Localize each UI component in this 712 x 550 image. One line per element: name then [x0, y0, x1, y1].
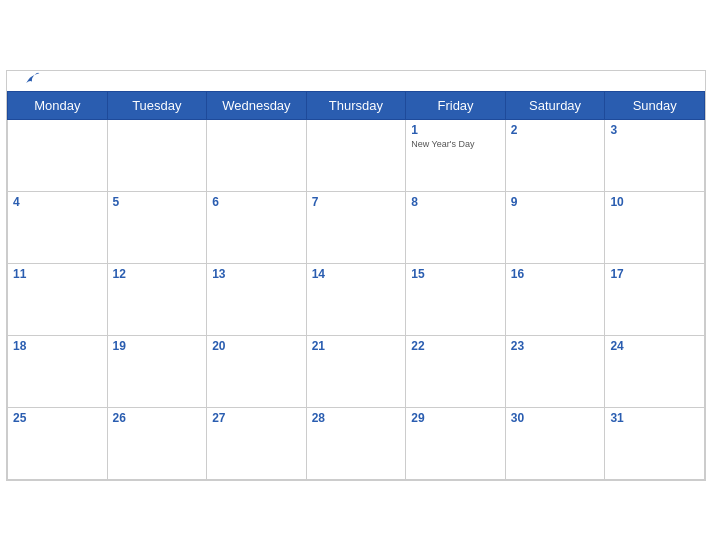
- calendar-cell: 16: [505, 263, 605, 335]
- day-number: 27: [212, 411, 301, 425]
- day-number: 15: [411, 267, 500, 281]
- day-number: 7: [312, 195, 401, 209]
- calendar-cell: 2: [505, 119, 605, 191]
- calendar-cell: 25: [8, 407, 108, 479]
- calendar-cell: 7: [306, 191, 406, 263]
- calendar-cell: 1New Year's Day: [406, 119, 506, 191]
- day-number: 1: [411, 123, 500, 137]
- calendar-cell: 3: [605, 119, 705, 191]
- day-number: 8: [411, 195, 500, 209]
- day-number: 6: [212, 195, 301, 209]
- calendar-cell: 29: [406, 407, 506, 479]
- day-number: 28: [312, 411, 401, 425]
- weekday-header-tuesday: Tuesday: [107, 91, 207, 119]
- calendar-cell: 9: [505, 191, 605, 263]
- day-number: 30: [511, 411, 600, 425]
- weekday-header-saturday: Saturday: [505, 91, 605, 119]
- calendar-cell: 17: [605, 263, 705, 335]
- week-row-4: 18192021222324: [8, 335, 705, 407]
- day-number: 31: [610, 411, 699, 425]
- logo-icon: [23, 70, 41, 92]
- weekday-header-friday: Friday: [406, 91, 506, 119]
- calendar-cell: 21: [306, 335, 406, 407]
- calendar-cell: 18: [8, 335, 108, 407]
- day-number: 9: [511, 195, 600, 209]
- holiday-label: New Year's Day: [411, 139, 500, 150]
- day-number: 23: [511, 339, 600, 353]
- calendar-cell: [107, 119, 207, 191]
- day-number: 13: [212, 267, 301, 281]
- day-number: 21: [312, 339, 401, 353]
- calendar-cell: 20: [207, 335, 307, 407]
- calendar-grid: MondayTuesdayWednesdayThursdayFridaySatu…: [7, 91, 705, 480]
- calendar-cell: 31: [605, 407, 705, 479]
- calendar-cell: 27: [207, 407, 307, 479]
- day-number: 29: [411, 411, 500, 425]
- calendar-cell: 13: [207, 263, 307, 335]
- calendar-cell: [306, 119, 406, 191]
- weekday-header-row: MondayTuesdayWednesdayThursdayFridaySatu…: [8, 91, 705, 119]
- calendar-cell: 30: [505, 407, 605, 479]
- calendar-cell: 15: [406, 263, 506, 335]
- day-number: 17: [610, 267, 699, 281]
- day-number: 11: [13, 267, 102, 281]
- calendar-container: MondayTuesdayWednesdayThursdayFridaySatu…: [6, 70, 706, 481]
- calendar-cell: 28: [306, 407, 406, 479]
- week-row-2: 45678910: [8, 191, 705, 263]
- day-number: 2: [511, 123, 600, 137]
- day-number: 10: [610, 195, 699, 209]
- calendar-cell: 26: [107, 407, 207, 479]
- calendar-cell: 24: [605, 335, 705, 407]
- calendar-cell: 4: [8, 191, 108, 263]
- calendar-cell: 14: [306, 263, 406, 335]
- week-row-1: 1New Year's Day23: [8, 119, 705, 191]
- weekday-header-thursday: Thursday: [306, 91, 406, 119]
- day-number: 14: [312, 267, 401, 281]
- calendar-cell: 6: [207, 191, 307, 263]
- day-number: 3: [610, 123, 699, 137]
- week-row-3: 11121314151617: [8, 263, 705, 335]
- calendar-cell: [8, 119, 108, 191]
- calendar-cell: [207, 119, 307, 191]
- calendar-cell: 12: [107, 263, 207, 335]
- day-number: 12: [113, 267, 202, 281]
- day-number: 26: [113, 411, 202, 425]
- day-number: 24: [610, 339, 699, 353]
- weekday-header-monday: Monday: [8, 91, 108, 119]
- day-number: 25: [13, 411, 102, 425]
- week-row-5: 25262728293031: [8, 407, 705, 479]
- day-number: 20: [212, 339, 301, 353]
- day-number: 22: [411, 339, 500, 353]
- calendar-cell: 23: [505, 335, 605, 407]
- logo-area: [23, 70, 44, 92]
- calendar-cell: 19: [107, 335, 207, 407]
- calendar-cell: 10: [605, 191, 705, 263]
- weekday-header-sunday: Sunday: [605, 91, 705, 119]
- calendar-cell: 22: [406, 335, 506, 407]
- day-number: 19: [113, 339, 202, 353]
- calendar-cell: 8: [406, 191, 506, 263]
- weekday-header-wednesday: Wednesday: [207, 91, 307, 119]
- calendar-cell: 11: [8, 263, 108, 335]
- day-number: 18: [13, 339, 102, 353]
- day-number: 5: [113, 195, 202, 209]
- calendar-cell: 5: [107, 191, 207, 263]
- day-number: 16: [511, 267, 600, 281]
- day-number: 4: [13, 195, 102, 209]
- calendar-header: [7, 71, 705, 91]
